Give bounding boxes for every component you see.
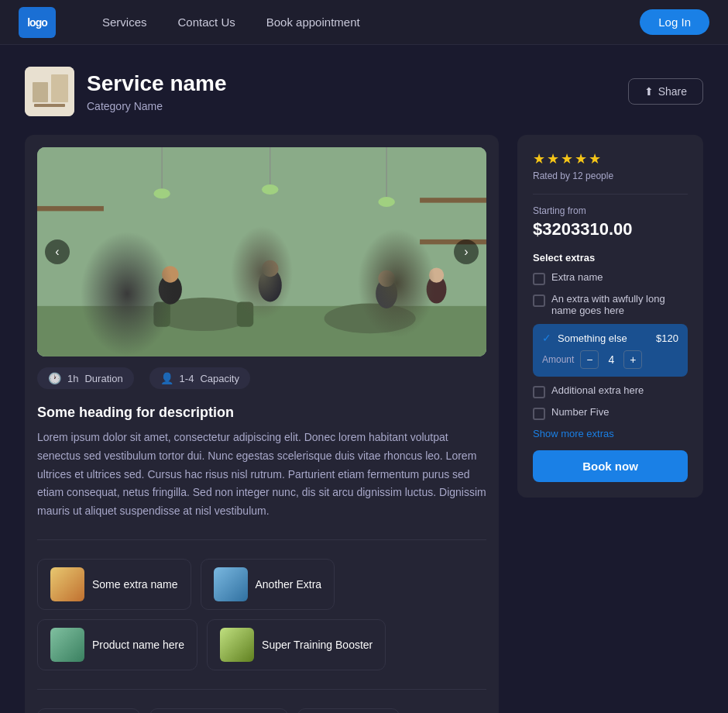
svg-rect-26 [420, 198, 486, 202]
product-image-2 [214, 567, 248, 601]
amount-control: Amount − 4 + [542, 350, 678, 369]
navbar: logo Services Contact Us Book appointmen… [0, 0, 728, 45]
divider-booking [533, 194, 688, 195]
gallery-card: ‹ › 🕐 1h Duration 👤 1-4 Capacity [25, 135, 499, 713]
service-title: Service name [87, 71, 227, 97]
svg-point-24 [378, 197, 394, 207]
amount-value: 4 [605, 353, 617, 366]
extra-name-3: Something else [558, 332, 650, 344]
team-card-2[interactable]: Kathryn Murphy [149, 708, 288, 713]
extra-checkbox-5[interactable] [533, 408, 545, 420]
nav-links: Services Contact Us Book appointment [87, 0, 640, 45]
service-category: Category Name [87, 100, 227, 112]
description-heading: Some heading for description [37, 405, 486, 421]
amount-decrease-button[interactable]: − [580, 350, 599, 369]
extra-checkbox-1[interactable] [533, 273, 545, 285]
team-card-3[interactable]: Tim Tool [297, 708, 400, 713]
service-info: Service name Category Name [87, 71, 227, 112]
product-image-3 [50, 628, 84, 662]
extra-name-4: Additional extra here [551, 384, 688, 396]
gallery-next-button[interactable]: › [454, 239, 479, 264]
extra-item-4: Additional extra here [533, 384, 688, 398]
star-3: ★ [561, 150, 573, 167]
star-2: ★ [547, 150, 559, 167]
team-row: Rob Fox Kathryn Murphy Tim Tool Wade War… [37, 708, 486, 713]
svg-rect-25 [37, 206, 104, 211]
product-name-4: Super Training Booster [262, 639, 373, 651]
product-image-4 [220, 628, 254, 662]
product-card-1[interactable]: Some extra name [37, 559, 191, 610]
svg-point-13 [259, 268, 282, 301]
nav-services[interactable]: Services [87, 0, 163, 45]
rating-text: Rated by 12 people [533, 170, 688, 181]
products-grid: Some extra name Another Extra Product na… [37, 559, 486, 670]
book-now-button[interactable]: Book now [533, 450, 688, 482]
extra-3-header: ✓ Something else $120 [542, 332, 678, 344]
svg-point-12 [162, 266, 178, 282]
booking-card: ★ ★ ★ ★ ★ Rated by 12 people Starting fr… [517, 135, 703, 498]
amount-label: Amount [542, 354, 574, 365]
extra-checkbox-4[interactable] [533, 386, 545, 398]
svg-point-16 [378, 270, 394, 287]
share-button[interactable]: ⬆ Share [628, 78, 703, 105]
svg-point-14 [262, 260, 278, 277]
product-card-4[interactable]: Super Training Booster [207, 619, 386, 670]
extras-label: Select extras [533, 252, 688, 264]
rating-stars: ★ ★ ★ ★ ★ [533, 150, 688, 167]
service-meta: 🕐 1h Duration 👤 1-4 Capacity [37, 367, 486, 389]
capacity-badge: 👤 1-4 Capacity [149, 367, 250, 389]
extra-item-2: An extra with awfully long name goes her… [533, 293, 688, 316]
login-button[interactable]: Log In [640, 9, 709, 35]
logo-icon: logo [19, 7, 56, 38]
svg-rect-3 [34, 104, 65, 107]
extra-item-1: Extra name [533, 271, 688, 285]
svg-rect-2 [51, 74, 68, 102]
svg-point-7 [153, 298, 253, 331]
extra-3-checkmark-icon: ✓ [542, 332, 551, 344]
extra-name-5: Number Five [551, 406, 688, 418]
svg-rect-6 [37, 306, 486, 356]
extra-price-3: $120 [656, 332, 678, 344]
service-thumbnail [25, 67, 74, 116]
gallery-prev-button[interactable]: ‹ [45, 239, 70, 264]
product-name-1: Some extra name [92, 578, 178, 591]
svg-rect-4 [37, 147, 486, 356]
amount-increase-button[interactable]: + [623, 350, 642, 369]
nav-book[interactable]: Book appointment [251, 0, 376, 45]
svg-point-17 [427, 275, 447, 304]
divider-2 [37, 689, 486, 690]
starting-from-label: Starting from [533, 205, 688, 216]
divider-1 [37, 539, 486, 540]
extra-item-5: Number Five [533, 406, 688, 420]
product-image-1 [50, 567, 84, 601]
star-1: ★ [533, 150, 545, 167]
product-card-2[interactable]: Another Extra [201, 559, 335, 610]
show-more-extras[interactable]: Show more extras [533, 428, 688, 439]
svg-point-18 [429, 267, 444, 282]
duration-badge: 🕐 1h Duration [37, 367, 134, 389]
main-left: ‹ › 🕐 1h Duration 👤 1-4 Capacity [25, 135, 499, 713]
svg-point-11 [159, 274, 182, 305]
gallery-image [37, 147, 486, 356]
main-right: ★ ★ ★ ★ ★ Rated by 12 people Starting fr… [517, 135, 703, 498]
team-card-1[interactable]: Rob Fox [37, 708, 140, 713]
svg-rect-27 [420, 239, 486, 244]
extra-name-1: Extra name [551, 271, 688, 283]
svg-rect-9 [153, 301, 170, 326]
star-5: ★ [589, 150, 601, 167]
extra-checkbox-2[interactable] [533, 294, 545, 307]
svg-rect-1 [33, 82, 48, 102]
svg-point-20 [153, 188, 170, 198]
svg-rect-5 [37, 147, 486, 356]
svg-point-8 [325, 304, 416, 334]
product-card-3[interactable]: Product name here [37, 619, 197, 670]
extra-item-3-selected: ✓ Something else $120 Amount − 4 + [533, 324, 688, 377]
service-header: Service name Category Name ⬆ Share [25, 67, 703, 116]
star-4: ★ [575, 150, 587, 167]
svg-point-22 [262, 184, 278, 195]
description-text: Lorem ipsum dolor sit amet, consectetur … [37, 429, 486, 521]
gallery-wrap: ‹ › [37, 147, 486, 356]
nav-contact[interactable]: Contact Us [163, 0, 251, 45]
extra-name-2: An extra with awfully long name goes her… [551, 293, 688, 316]
logo[interactable]: logo [19, 7, 56, 38]
